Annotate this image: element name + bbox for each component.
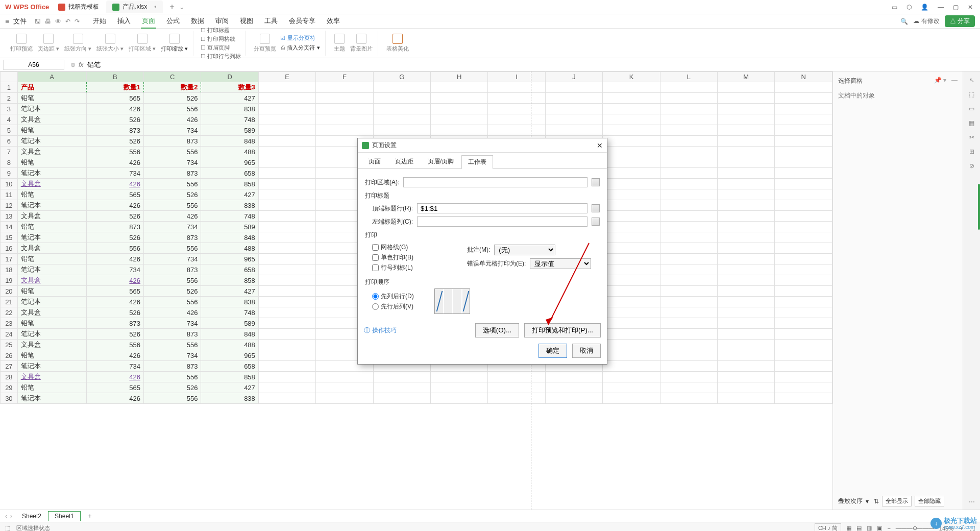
row-header[interactable]: 9 [1,168,18,179]
row-header[interactable]: 4 [1,114,18,125]
row-header[interactable]: 11 [1,189,18,200]
row-header[interactable]: 16 [1,243,18,254]
menu-tab-效率[interactable]: 效率 [326,14,341,29]
sheet-tab-Sheet1[interactable]: Sheet1 [48,511,81,521]
view-page-icon[interactable]: ▤ [856,525,862,531]
row-header[interactable]: 27 [1,361,18,372]
rtool-dots-icon[interactable]: ⋯ [969,498,975,505]
file-menu[interactable]: 文件 [13,17,27,26]
tab-template[interactable]: 找稻壳模板 [52,1,105,13]
add-sheet-button[interactable]: ＋ [87,512,93,520]
rtool-gallery-icon[interactable]: ▦ [969,119,974,127]
close-button[interactable]: ✕ [968,4,973,11]
share-button[interactable]: △ 分享 [945,15,975,27]
row-header[interactable]: 18 [1,264,18,275]
errors-select[interactable]: 显示值 [530,258,591,269]
hamburger-icon[interactable]: ≡ [5,17,9,26]
row-header[interactable]: 14 [1,222,18,232]
check-网格线(G)[interactable]: 网格线(G) [372,243,467,252]
tab-add-button[interactable]: ＋ [168,2,176,12]
dialog-tab-页面[interactable]: 页面 [362,155,387,168]
ribbon-check-打印标题[interactable]: ☐ 打印标题 [201,27,241,34]
col-header-G[interactable]: G [373,72,430,82]
row-header[interactable]: 22 [1,307,18,318]
sheets-nav-prev[interactable]: ‹ [5,513,7,520]
menu-tab-插入[interactable]: 插入 [116,14,132,29]
row-header[interactable]: 8 [1,157,18,168]
menu-tab-视图[interactable]: 视图 [239,14,254,29]
rtool-select-icon[interactable]: ↖ [969,77,974,84]
ribbon-打印预览[interactable]: 打印预览 [9,33,34,54]
row-header[interactable]: 13 [1,211,18,222]
ribbon-check-show-breaks[interactable]: ☑ 显示分页符 [280,34,321,42]
menu-tab-工具[interactable]: 工具 [263,14,279,29]
zoom-slider[interactable]: ———⊙——— [896,525,934,531]
print-area-input[interactable] [403,177,587,187]
formula-input[interactable] [86,60,977,69]
name-box[interactable] [3,60,64,70]
dialog-tab-工作表[interactable]: 工作表 [461,155,493,169]
row-header[interactable]: 28 [1,372,18,382]
ribbon-insert-break[interactable]: ⎙插入分页符 ▾ [280,43,321,53]
left-col-input[interactable] [417,216,587,227]
radio-row-first[interactable]: 先行后列(V) [372,302,414,311]
row-header[interactable]: 26 [1,350,18,361]
menu-tab-公式[interactable]: 公式 [165,14,181,29]
ribbon-check-页眉页脚[interactable]: ☐ 页眉页脚 [201,44,241,52]
col-header-H[interactable]: H [431,72,488,82]
ime-indicator[interactable]: CH ♪ 简 [815,523,842,531]
minimize-button[interactable]: — [938,4,944,11]
row-header[interactable]: 15 [1,232,18,243]
ribbon-theme[interactable]: 主题 [333,33,346,54]
ribbon-纸张方向[interactable]: 纸张方向 ▾ [63,33,92,54]
dialog-titlebar[interactable]: 页面设置 ✕ [358,138,607,153]
row-header[interactable]: 12 [1,200,18,211]
view-normal-icon[interactable]: ▦ [846,525,851,531]
row-header[interactable]: 17 [1,254,18,264]
view-break-icon[interactable]: ▥ [867,525,872,531]
preview-print-button[interactable]: 打印预览和打印(P)... [524,323,601,337]
rtool-style-icon[interactable]: ⬚ [969,91,974,98]
col-header-B[interactable]: B [86,72,143,82]
check-行号列标(L)[interactable]: 行号列标(L) [372,263,467,272]
qat-undo-icon[interactable]: ↶ [65,18,70,25]
row-header[interactable]: 7 [1,147,18,157]
qat-redo-icon[interactable]: ↷ [75,18,80,25]
row-header[interactable]: 29 [1,382,18,393]
zoom-out-button[interactable]: − [887,525,890,532]
view-read-icon[interactable]: ▣ [877,525,882,531]
tips-link[interactable]: ⓘ 操作技巧 [364,326,397,335]
dialog-close-button[interactable]: ✕ [597,141,603,150]
sheets-nav-next[interactable]: › [10,513,12,520]
row-header[interactable]: 10 [1,179,18,189]
row-header[interactable]: 5 [1,125,18,136]
row-header[interactable]: 20 [1,286,18,297]
select-all-corner[interactable] [1,72,18,82]
qat-save-icon[interactable]: 🖫 [35,18,41,25]
ribbon-beautify[interactable]: 表格美化 [385,33,410,54]
cancel-button[interactable]: 取消 [572,344,601,358]
rtool-link-icon[interactable]: ✂ [969,134,974,141]
menu-tab-页面[interactable]: 页面 [141,14,156,29]
avatar-icon[interactable]: 👤 [921,4,928,11]
col-header-I[interactable]: I [488,72,545,82]
col-header-E[interactable]: E [258,72,315,82]
rtool-help-icon[interactable]: ⊘ [969,162,974,170]
ribbon-打印区域[interactable]: 打印区域 ▾ [128,33,157,54]
radio-col-first[interactable]: 先列后行(D) [372,292,414,301]
col-header-A[interactable]: A [17,72,86,82]
row-header[interactable]: 21 [1,297,18,307]
col-header-K[interactable]: K [603,72,660,82]
row-header[interactable]: 24 [1,329,18,340]
qat-preview-icon[interactable]: 👁 [55,18,61,25]
row-header[interactable]: 2 [1,93,18,104]
row-header[interactable]: 25 [1,340,18,350]
row-header[interactable]: 23 [1,318,18,329]
row-header[interactable]: 6 [1,136,18,147]
row-header[interactable]: 1 [1,82,18,93]
col-header-F[interactable]: F [316,72,373,82]
col-header-M[interactable]: M [718,72,775,82]
options-button[interactable]: 选项(O)... [475,323,519,337]
cube-icon[interactable]: ⬡ [906,4,912,11]
ribbon-check-打印行号列标[interactable]: ☐ 打印行号列标 [201,53,241,60]
